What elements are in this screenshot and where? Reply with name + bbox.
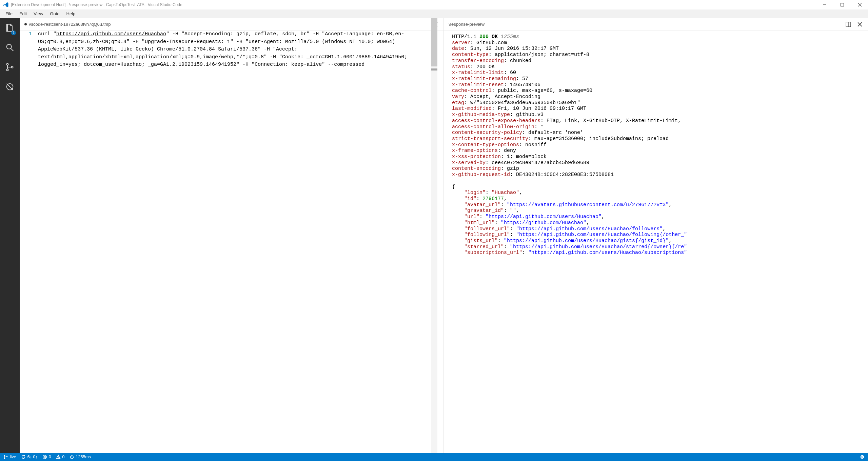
errors-count: 0: [49, 455, 51, 459]
right-tab-row: \response-preview: [444, 18, 868, 31]
activitybar: 1: [0, 18, 20, 453]
svg-point-19: [6, 456, 8, 457]
menubar: FileEditViewGotoHelp: [0, 9, 868, 18]
window-titlebar: [Extension Development Host] - \response…: [0, 0, 868, 9]
minimap-scrollbar[interactable]: [429, 18, 437, 453]
warnings-indicator[interactable]: 0: [56, 455, 65, 459]
line-number: 1: [20, 31, 38, 69]
svg-point-29: [863, 456, 863, 457]
menu-item-edit[interactable]: Edit: [16, 11, 30, 17]
svg-point-4: [7, 44, 12, 49]
minimize-button[interactable]: [821, 1, 829, 9]
maximize-button[interactable]: [838, 1, 846, 9]
source-control-icon[interactable]: [5, 62, 15, 73]
code-editor[interactable]: 1 curl "https://api.github.com/users/Hua…: [20, 31, 443, 453]
svg-point-6: [6, 63, 8, 65]
svg-point-7: [6, 69, 8, 71]
request-timer[interactable]: 1255ms: [70, 455, 91, 459]
svg-rect-1: [841, 3, 844, 6]
explorer-icon[interactable]: 1: [5, 23, 15, 34]
svg-point-18: [4, 458, 5, 459]
left-tab-row: vscode-restclient-18722a63fvh7qQ6u.tmp: [20, 18, 443, 31]
request-url[interactable]: https://api.github.com/users/Huachao: [56, 31, 166, 37]
warnings-count: 0: [62, 455, 65, 459]
menu-item-file[interactable]: File: [2, 11, 16, 17]
statusbar: live 6↓ 0↑ 0 0 1255ms: [0, 453, 868, 461]
left-editor-pane: vscode-restclient-18722a63fvh7qQ6u.tmp 1…: [20, 18, 444, 453]
left-tab-title[interactable]: vscode-restclient-18722a63fvh7qQ6u.tmp: [29, 22, 111, 27]
sync-text: 6↓ 0↑: [27, 455, 38, 459]
editor-split: vscode-restclient-18722a63fvh7qQ6u.tmp 1…: [20, 18, 868, 453]
code-content[interactable]: curl "https://api.github.com/users/Huach…: [38, 31, 443, 69]
vscode-logo-icon: [3, 2, 9, 8]
menu-item-view[interactable]: View: [30, 11, 46, 17]
close-button[interactable]: [856, 1, 864, 9]
search-icon[interactable]: [5, 43, 15, 54]
branch-name: live: [10, 455, 16, 459]
feedback-smiley-icon[interactable]: [860, 455, 865, 459]
svg-point-27: [861, 455, 864, 459]
debug-icon[interactable]: [5, 82, 15, 93]
timer-text: 1255ms: [76, 455, 91, 459]
close-preview-button[interactable]: [856, 21, 863, 28]
svg-point-17: [4, 455, 5, 456]
git-branch-indicator[interactable]: live: [3, 455, 16, 459]
menu-item-goto[interactable]: Goto: [46, 11, 63, 17]
sync-indicator[interactable]: 6↓ 0↑: [21, 455, 38, 459]
right-editor-pane: \response-preview HTTP/1.1 200 OK 1255ms…: [444, 18, 868, 453]
main-area: 1 vscode-restclient-18722a63fvh7qQ6u.tmp: [0, 18, 868, 453]
svg-point-28: [862, 456, 862, 457]
window-title: [Extension Development Host] - \response…: [11, 2, 818, 7]
errors-indicator[interactable]: 0: [42, 455, 51, 459]
svg-line-5: [11, 49, 14, 51]
menu-item-help[interactable]: Help: [63, 11, 79, 17]
right-tab-title[interactable]: \response-preview: [449, 22, 485, 27]
split-editor-button[interactable]: [845, 21, 852, 28]
window-controls: [821, 1, 864, 9]
explorer-badge: 1: [11, 31, 16, 35]
dirty-indicator-icon: [24, 23, 27, 25]
response-preview[interactable]: HTTP/1.1 200 OK 1255ms server: GitHub.co…: [444, 31, 868, 453]
svg-point-8: [11, 66, 13, 68]
